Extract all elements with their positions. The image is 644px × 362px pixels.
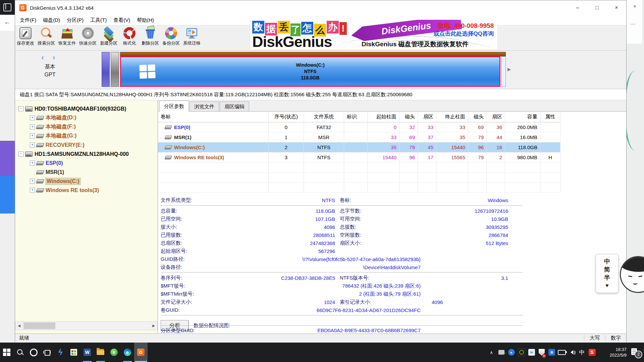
- tray-printer[interactable]: ✓: [496, 343, 506, 362]
- menu-disk[interactable]: 磁盘(D): [40, 17, 63, 23]
- disk-nav-arrows[interactable]: ‹ ›: [30, 53, 70, 62]
- tree-item-disk-g[interactable]: + 本地磁盘(G:): [15, 131, 158, 140]
- ime-mode-halfwidth[interactable]: 半: [604, 274, 610, 282]
- close-button[interactable]: ×: [607, 0, 626, 15]
- taskbar-app-word[interactable]: W: [80, 343, 94, 362]
- tree-item-esp[interactable]: + ESP(0): [15, 159, 158, 168]
- system-migrate-button[interactable]: 系统迁移: [181, 25, 202, 50]
- col-header[interactable]: 标识: [344, 112, 368, 122]
- tray-nvidia[interactable]: [517, 343, 527, 362]
- col-header[interactable]: 终止柱面: [436, 112, 468, 122]
- taskbar-search-button[interactable]: [13, 343, 27, 362]
- expand-icon[interactable]: +: [30, 124, 35, 129]
- tree-item-hd1[interactable]: − HD1:SAMSUNGMZNLN128HAHQ-000: [15, 149, 158, 159]
- taskbar-app-store[interactable]: [67, 343, 80, 362]
- new-partition-button[interactable]: 新建分区: [98, 25, 119, 50]
- quick-partition-button[interactable]: 快速分区: [77, 25, 98, 50]
- delete-partition-button[interactable]: 删除分区: [140, 25, 161, 50]
- scroll-left-icon[interactable]: ◀: [15, 322, 23, 329]
- col-header[interactable]: 磁头: [468, 112, 487, 122]
- tree-item-hd0[interactable]: − HD0:TOSHIBAMQ04ABF100(932GB): [15, 104, 158, 113]
- tree-item-msr[interactable]: MSR(1): [15, 168, 158, 177]
- tray-intel-graphics[interactable]: in: [527, 343, 537, 362]
- scroll-thumb[interactable]: [23, 322, 55, 329]
- start-button[interactable]: [0, 343, 13, 362]
- background-close-icon[interactable]: ×: [633, 3, 636, 9]
- expand-icon[interactable]: +: [30, 142, 35, 147]
- col-header[interactable]: 容量: [505, 112, 540, 122]
- col-header[interactable]: 属性: [540, 112, 560, 122]
- col-header[interactable]: 扇区: [418, 112, 436, 122]
- taskbar-app-explorer[interactable]: [94, 343, 107, 362]
- ime-status-panel[interactable]: 中 简 半 ♥: [596, 254, 619, 293]
- cortana-button[interactable]: [27, 343, 40, 362]
- taskbar-app-diskgenius-active[interactable]: G: [134, 343, 148, 362]
- ad-qq-link[interactable]: 或点击此处选择QQ咨询: [434, 30, 494, 38]
- tray-ime-indicator[interactable]: 中: [577, 343, 587, 362]
- tray-sogou[interactable]: S: [587, 343, 597, 362]
- expand-icon[interactable]: +: [30, 133, 35, 138]
- table-row-windows-re-tools[interactable]: Windows RE tools(3) 3 NTFS 15440 96 17 1…: [158, 153, 560, 163]
- tree-horizontal-scrollbar[interactable]: ◀ ▶: [15, 321, 158, 330]
- heart-icon[interactable]: ♥: [605, 282, 609, 290]
- tray-power[interactable]: [557, 343, 567, 362]
- expand-icon[interactable]: +: [30, 161, 35, 166]
- taskbar-clock[interactable]: 18:37 2022/5/9: [598, 347, 627, 358]
- minimize-button[interactable]: –: [568, 0, 587, 15]
- tree-item-disk-d[interactable]: + 本地磁盘(D:): [15, 113, 158, 122]
- tab-partition-params[interactable]: 分区参数: [159, 101, 189, 112]
- recover-files-button[interactable]: 恢复文件: [57, 25, 77, 50]
- collapse-icon[interactable]: −: [18, 106, 23, 111]
- bar-scroll-right-icon[interactable]: ▶: [507, 67, 511, 72]
- partition-segment-msr[interactable]: [111, 52, 119, 87]
- ime-mode-simplified[interactable]: 简: [604, 265, 610, 274]
- tree-item-recovery-e[interactable]: + RECOVERY(E:): [15, 140, 158, 149]
- save-changes-button[interactable]: 保存更改: [15, 25, 36, 50]
- taskbar-app-lightning[interactable]: ϟ: [54, 343, 67, 362]
- back-arrow-icon[interactable]: ←: [4, 18, 11, 26]
- menu-help[interactable]: 帮助(H): [133, 17, 157, 23]
- search-partition-button[interactable]: 搜索分区: [36, 25, 57, 50]
- col-header[interactable]: 序号(状态): [269, 112, 304, 122]
- table-row-windows-c-selected[interactable]: Windows(C:) 2 NTFS 35 79 45 15440 96 16 …: [158, 142, 560, 153]
- expand-icon[interactable]: +: [30, 188, 35, 193]
- tray-defender[interactable]: ✕: [537, 343, 547, 362]
- ad-banner[interactable]: 数 据 丢 了 怎 么 办 ! DiskGenius DiskGenius 致电…: [250, 20, 497, 49]
- tray-snowflake-app[interactable]: ❄: [547, 343, 557, 362]
- tree-item-windows-c[interactable]: + Windows(C:): [15, 177, 158, 186]
- maximize-button[interactable]: □: [587, 0, 607, 15]
- menu-partition[interactable]: 分区(P): [63, 17, 87, 23]
- col-header[interactable]: 扇区: [487, 112, 505, 122]
- table-row-msr[interactable]: MSR(1) 1 MSR 33 69 37 35 79 44 16.0MB: [158, 132, 560, 142]
- collapse-icon[interactable]: −: [18, 152, 23, 157]
- tab-sector-edit[interactable]: 扇区编辑: [220, 102, 249, 111]
- table-row-esp[interactable]: ESP(0) 0 FAT32 0 32 33 33 69 36 260.0MB: [158, 122, 560, 132]
- ime-mode-chinese[interactable]: 中: [604, 257, 610, 265]
- action-center-button[interactable]: 2: [629, 343, 644, 362]
- col-header[interactable]: 文件系统: [304, 112, 344, 122]
- partition-segment-re-tools[interactable]: [501, 56, 506, 87]
- task-view-button[interactable]: [40, 343, 54, 362]
- tray-chevron-button[interactable]: ∧: [486, 343, 496, 362]
- partition-segment-windows-c[interactable]: Windows(C:) NTFS 118.0GB: [120, 56, 500, 87]
- tray-messenger[interactable]: ▸: [506, 343, 517, 362]
- taskbar-app-edge[interactable]: e: [121, 343, 134, 362]
- expand-icon[interactable]: +: [30, 179, 35, 184]
- partition-segment-esp[interactable]: [102, 52, 110, 87]
- backup-partition-button[interactable]: 备份分区: [161, 25, 181, 50]
- col-header[interactable]: 磁头: [399, 112, 418, 122]
- more-icon[interactable]: …: [630, 19, 636, 26]
- expand-icon[interactable]: +: [30, 115, 35, 120]
- col-header[interactable]: 卷标: [158, 112, 269, 122]
- tab-browse-files[interactable]: 浏览文件: [190, 102, 219, 111]
- menu-file[interactable]: 文件(F): [16, 17, 40, 23]
- tray-volume[interactable]: )): [567, 343, 577, 362]
- menu-view[interactable]: 查看(V): [110, 17, 133, 23]
- tree-item-disk-f[interactable]: + 本地磁盘(F:): [15, 122, 158, 131]
- menu-tools[interactable]: 工具(T): [87, 17, 110, 23]
- format-button[interactable]: 格式化: [119, 25, 140, 50]
- taskbar-app-browser360[interactable]: e: [107, 343, 121, 362]
- col-header[interactable]: 起始柱面: [368, 112, 399, 122]
- scroll-right-icon[interactable]: ▶: [150, 322, 157, 329]
- tree-item-windows-re-tools[interactable]: + Windows RE tools(3): [15, 186, 158, 195]
